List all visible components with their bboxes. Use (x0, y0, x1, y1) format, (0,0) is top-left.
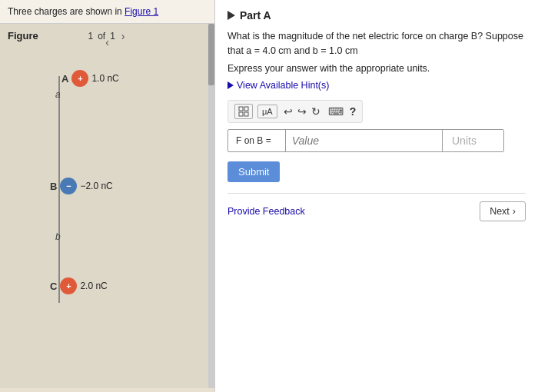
svg-rect-2 (239, 112, 243, 116)
question-text: What is the magnitude of the net electri… (227, 29, 526, 58)
charge-b-row: B − −2.0 nC (50, 178, 113, 194)
charge-b-letter: B (50, 181, 57, 192)
pagination: ‹ 1 of 1 › (88, 30, 126, 42)
page-total: 1 (110, 31, 115, 42)
keyboard-button[interactable]: ⌨ (327, 105, 345, 118)
charge-a-circle: + (71, 70, 88, 87)
charge-c-letter: C (50, 281, 57, 292)
charge-b-label: −2.0 nC (80, 181, 112, 191)
charge-c-circle: + (60, 277, 77, 294)
figure-link[interactable]: Figure 1 (125, 6, 158, 17)
page-current: 1 (88, 31, 93, 42)
value-input[interactable] (285, 130, 436, 151)
feedback-link[interactable]: Provide Feedback (227, 206, 305, 217)
svg-rect-3 (244, 112, 248, 116)
part-header: Part A (227, 9, 526, 22)
units-cell: Units (442, 130, 503, 151)
scroll-thumb[interactable] (208, 24, 214, 85)
toolbar: μA ↩ ↪ ↻ ⌨ ? (227, 100, 363, 123)
unit-label-button[interactable]: μA (257, 105, 277, 118)
scrollbar[interactable] (208, 24, 214, 388)
charge-a-letter: A (61, 73, 68, 85)
prev-page-button[interactable]: ‹ (104, 36, 111, 48)
figure-label: Figure (8, 30, 38, 42)
part-title: Part A (240, 9, 271, 22)
next-button[interactable]: Next › (480, 201, 526, 221)
left-panel: Three charges are shown in Figure 1 Figu… (0, 0, 215, 392)
redo-button[interactable]: ↪ (296, 105, 308, 118)
intro-prefix: Three charges are shown in (8, 6, 125, 17)
svg-rect-0 (239, 107, 243, 111)
dim-b-label: b (55, 231, 61, 242)
arrow-buttons: ↩ ↪ ↻ (282, 105, 322, 118)
hint-link[interactable]: View Available Hint(s) (237, 80, 329, 91)
charge-c-label: 2.0 nC (80, 281, 107, 291)
next-chevron-icon: › (513, 206, 516, 217)
help-button[interactable]: ? (350, 105, 357, 118)
charge-a-row: A + 1.0 nC (61, 70, 119, 87)
hint-triangle-icon (227, 81, 234, 89)
charge-b-circle: − (60, 178, 77, 194)
intro-text: Three charges are shown in Figure 1 (0, 0, 214, 24)
right-panel: Part A What is the magnitude of the net … (215, 0, 538, 392)
grid-icon (238, 106, 249, 117)
hint-row[interactable]: View Available Hint(s) (227, 80, 526, 91)
charge-c-row: C + 2.0 nC (50, 277, 108, 294)
submit-button[interactable]: Submit (227, 161, 280, 182)
collapse-icon[interactable] (227, 11, 235, 20)
undo-button[interactable]: ↩ (282, 105, 294, 118)
express-text: Express your answer with the appropriate… (227, 63, 526, 74)
refresh-button[interactable]: ↻ (310, 105, 322, 118)
dim-a-label: a (55, 89, 61, 100)
grid-button[interactable] (234, 104, 253, 119)
formula-label: F on B = (228, 131, 279, 151)
charge-a-label: 1.0 nC (91, 73, 118, 84)
next-page-button[interactable]: › (120, 30, 127, 42)
footer-row: Provide Feedback Next › (227, 201, 526, 221)
answer-input-row: F on B = Units (227, 129, 504, 152)
figure-area: Figure ‹ 1 of 1 › A + 1.0 nC a B − −2.0 … (0, 24, 214, 388)
divider (227, 193, 526, 194)
svg-rect-1 (244, 107, 248, 111)
